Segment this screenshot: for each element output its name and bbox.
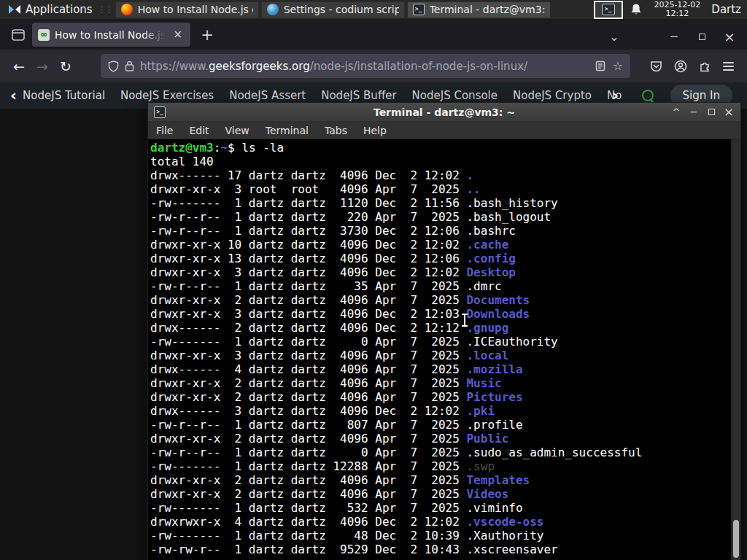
tab-close-icon[interactable]: × (171, 28, 185, 42)
tab-title: How to Install Node.js on (55, 29, 166, 41)
file-name: .gnupg (466, 321, 508, 335)
terminal-menu-item[interactable]: View (217, 123, 258, 138)
geeksforgeeks-favicon: ∞ (38, 29, 50, 41)
file-meta: drwxrwxr-x 4 dartz dartz 4096 Dec 2 12:0… (150, 515, 466, 529)
account-icon[interactable] (674, 60, 687, 73)
file-meta: drwxr-xr-x 3 dartz dartz 4096 Dec 2 12:0… (150, 307, 466, 321)
file-listing: drwx------ 17 dartz dartz 4096 Dec 2 12:… (150, 168, 730, 556)
terminal-line: -rw------- 1 dartz dartz 12288 Apr 7 202… (150, 459, 730, 473)
reload-icon[interactable]: ↻ (54, 55, 77, 77)
prompt-line: dartz@vm3:~$ ls -la (150, 141, 730, 155)
back-icon[interactable]: ← (7, 55, 31, 77)
file-meta: drwxr-xr-x 2 dartz dartz 4096 Apr 7 2025 (150, 432, 466, 446)
nav-scroll-left-chevron-icon[interactable]: ‹ (10, 88, 17, 103)
window-close-button[interactable]: × (718, 27, 741, 46)
site-nav-link[interactable]: NodeJS Tutorial (23, 89, 105, 102)
file-name: .viminfo (466, 501, 522, 515)
firefox-tab-bar: ∞ How to Install Node.js on × + ⌄ − × (0, 20, 747, 50)
firefox-toolbar: ← → ↻ https://www.geeksforgeeks.org/node… (0, 50, 747, 82)
terminal-line: -rw-r--r-- 1 dartz dartz 220 Apr 7 2025 … (150, 210, 730, 224)
terminal-line: drwx------ 17 dartz dartz 4096 Dec 2 12:… (150, 168, 730, 182)
forward-icon[interactable]: → (31, 55, 54, 77)
file-meta: -rw------- 1 dartz dartz 48 Dec 2 10:39 (150, 529, 466, 542)
notification-bell-icon[interactable] (630, 3, 643, 16)
terminal-menubar: FileEditViewTerminalTabsHelp (148, 122, 740, 139)
file-name: .bash_history (466, 196, 557, 210)
search-icon[interactable] (642, 90, 654, 102)
file-name: .Xauthority (466, 529, 543, 542)
site-nav-link[interactable]: NodeJS Console (412, 89, 498, 102)
extensions-puzzle-icon[interactable] (699, 60, 711, 72)
file-meta: drwxr-xr-x 3 dartz dartz 4096 Apr 7 2025 (150, 349, 466, 362)
list-all-tabs-chevron-icon[interactable]: ⌄ (604, 30, 624, 44)
file-meta: drwx------ 2 dartz dartz 4096 Dec 2 12:1… (150, 321, 466, 335)
file-meta: -rw-rw-r-- 1 dartz dartz 9529 Dec 2 10:4… (150, 542, 466, 556)
file-name: Downloads (466, 307, 530, 321)
terminal-menu-item[interactable]: Terminal (258, 123, 317, 138)
new-tab-button[interactable]: + (196, 24, 218, 46)
menu-hamburger-icon[interactable] (723, 62, 734, 71)
reader-mode-icon[interactable] (595, 61, 605, 71)
file-meta: -rw-r--r-- 1 dartz dartz 0 Apr 7 2025 (150, 446, 466, 459)
terminal-line: -rw------- 1 dartz dartz 532 Apr 7 2025 … (150, 501, 730, 515)
terminal-line: -rw-rw-r-- 1 dartz dartz 9529 Dec 2 10:4… (150, 542, 730, 556)
terminal-line: drwxr-xr-x 2 dartz dartz 4096 Apr 7 2025… (150, 473, 730, 487)
panel-clock[interactable]: 2025-12-02 12:12 (654, 1, 700, 18)
applications-menu-button[interactable]: Applications (3, 1, 98, 18)
terminal-line: -rw------- 1 dartz dartz 0 Apr 7 2025 .I… (150, 335, 730, 349)
url-bar[interactable]: https://www.geeksforgeeks.org/node-js/in… (101, 54, 630, 78)
file-meta: -rw------- 1 dartz dartz 532 Apr 7 2025 (150, 501, 466, 515)
taskbar-button-firefox[interactable]: How to Install Node.js o... (115, 1, 259, 18)
window-maximize-button[interactable] (690, 27, 713, 46)
terminal-maximize-button[interactable] (704, 106, 719, 119)
terminal-line: -rw-r--r-- 1 dartz dartz 35 Apr 7 2025 .… (150, 279, 730, 293)
terminal-menu-item[interactable]: Tabs (317, 123, 355, 138)
file-meta: -rw-r--r-- 1 dartz dartz 35 Apr 7 2025 (150, 279, 466, 293)
scrollbar-thumb[interactable] (733, 520, 739, 558)
file-name: .pki (466, 404, 495, 418)
terminal-minimize-button[interactable]: − (686, 106, 701, 119)
terminal-shade-button[interactable]: ^ (669, 106, 684, 119)
terminal-close-button[interactable]: × (721, 106, 736, 119)
file-meta: -rw-r--r-- 1 dartz dartz 807 Apr 7 2025 (150, 418, 466, 432)
nav-scroll-right-chevron-icon[interactable]: › (612, 88, 619, 103)
terminal-window: >_ Terminal - dartz@vm3: ~ ^ − × FileEdi… (147, 102, 741, 560)
file-name: . (466, 168, 473, 182)
lock-icon[interactable] (125, 61, 134, 71)
terminal-line: drwxr-xr-x 3 root root 4096 Apr 7 2025 .… (150, 182, 730, 196)
terminal-icon: >_ (602, 4, 615, 15)
ibeam-cursor (461, 314, 468, 327)
taskbar-button-codium[interactable]: Settings - codium script... (261, 1, 405, 18)
site-nav-link[interactable]: NodeJS Buffer (321, 89, 396, 102)
file-name: Pictures (466, 390, 522, 404)
file-meta: drwx------ 3 dartz dartz 4096 Dec 2 12:0… (150, 404, 466, 418)
terminal-line: drwx------ 4 dartz dartz 4096 Apr 7 2025… (150, 362, 730, 376)
bookmark-star-icon[interactable]: ☆ (613, 59, 623, 73)
tracking-shield-icon[interactable] (108, 61, 119, 72)
terminal-menu-item[interactable]: Help (355, 123, 395, 138)
terminal-line: drwxr-xr-x 2 dartz dartz 4096 Apr 7 2025… (150, 376, 730, 390)
site-nav-link[interactable]: NodeJS Assert (229, 89, 306, 102)
terminal-menu-item[interactable]: Edit (181, 123, 217, 138)
terminal-menu-item[interactable]: File (148, 123, 181, 138)
terminal-line: drwxr-xr-x 2 dartz dartz 4096 Apr 7 2025… (150, 293, 730, 307)
browser-tab-active[interactable]: ∞ How to Install Node.js on × (32, 23, 190, 47)
terminal-line: drwxrwxr-x 4 dartz dartz 4096 Dec 2 12:0… (150, 515, 730, 529)
terminal-scrollbar[interactable] (731, 139, 740, 560)
file-meta: -rw-r--r-- 1 dartz dartz 3730 Dec 2 12:0… (150, 224, 466, 238)
file-name: .cache (466, 238, 508, 252)
taskbar-button-terminal[interactable]: >_ Terminal - dartz@vm3: ~ (407, 1, 551, 18)
terminal-titlebar[interactable]: >_ Terminal - dartz@vm3: ~ ^ − × (148, 103, 740, 122)
site-nav-link[interactable]: NodeJS Crypto (513, 89, 592, 102)
tray-terminal-launcher[interactable]: >_ (594, 1, 623, 19)
firefox-icon (121, 4, 133, 15)
clock-time: 12:12 (654, 9, 700, 18)
user-menu[interactable]: Dartz (711, 3, 743, 16)
terminal-line: drwx------ 2 dartz dartz 4096 Dec 2 12:1… (150, 321, 730, 335)
pocket-icon[interactable] (650, 61, 662, 72)
file-meta: drwxr-xr-x 13 dartz dartz 4096 Dec 2 12:… (150, 252, 466, 265)
terminal-line: -rw------- 1 dartz dartz 1120 Dec 2 11:5… (150, 196, 730, 210)
window-minimize-button[interactable]: − (662, 27, 686, 46)
firefox-view-icon[interactable] (7, 24, 29, 46)
site-nav-link[interactable]: NodeJS Exercises (120, 89, 214, 102)
